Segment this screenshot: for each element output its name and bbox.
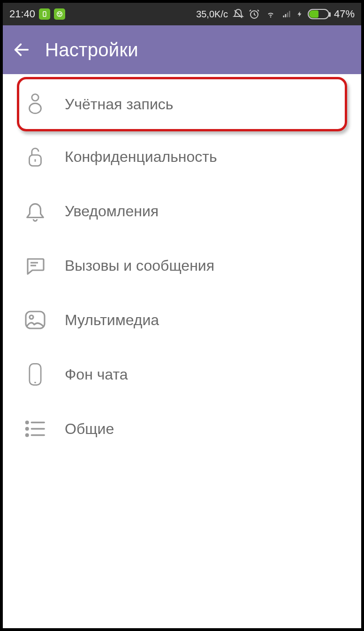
alarm-icon [249,8,260,20]
svg-point-4 [60,13,61,14]
settings-item-label: Фон чата [65,366,128,383]
status-app-badge-1 [39,8,50,20]
bolt-icon [296,9,303,19]
settings-item-notifications[interactable]: Уведомления [3,184,361,238]
lock-icon [23,144,48,169]
settings-item-account[interactable]: Учётная запись [17,77,347,131]
settings-item-media[interactable]: Мультимедиа [3,293,361,347]
device-frame: 21:40 35,0K/c [0,0,364,631]
svg-point-18 [26,421,28,424]
svg-rect-14 [26,312,45,328]
bell-icon [23,198,48,224]
status-battery-pct: 47% [334,8,355,20]
status-right: 35,0K/c 47% [196,8,355,20]
settings-item-chat-background[interactable]: Фон чата [3,347,361,402]
settings-item-calls-messages[interactable]: Вызовы и сообщения [3,238,361,293]
settings-item-label: Конфиденциальность [65,148,217,166]
svg-point-8 [32,94,38,101]
person-icon [23,91,48,117]
back-button[interactable] [11,39,32,60]
app-bar: Настройки [3,25,361,74]
wifi-icon [265,9,277,19]
settings-item-privacy[interactable]: Конфиденциальность [3,129,361,184]
do-not-disturb-icon [233,8,244,20]
arrow-left-icon [12,40,31,59]
svg-point-3 [58,13,59,14]
svg-rect-9 [30,103,41,113]
svg-point-15 [30,315,33,319]
svg-point-22 [26,434,28,436]
chat-icon [23,253,48,278]
settings-list: Учётная запись Конфиденциальность Уведом… [3,74,361,457]
battery-icon [308,9,329,19]
settings-item-label: Вызовы и сообщения [65,257,214,274]
status-left: 21:40 [9,8,65,20]
settings-item-label: Уведомления [65,203,159,220]
status-bar: 21:40 35,0K/c [3,3,361,25]
page-title: Настройки [45,39,138,61]
settings-item-label: Учётная запись [65,96,173,113]
status-app-badge-2 [54,8,65,20]
status-time: 21:40 [9,8,35,20]
svg-rect-0 [43,12,46,17]
phone-outline-icon [23,362,48,387]
svg-point-2 [57,12,62,17]
signal-icon [281,9,292,19]
settings-item-label: Общие [65,420,114,438]
settings-item-general[interactable]: Общие [3,402,361,456]
status-net-speed: 35,0K/c [196,9,228,20]
svg-rect-16 [30,364,41,385]
settings-item-label: Мультимедиа [65,312,159,329]
media-icon [23,307,48,333]
list-icon [23,416,48,441]
svg-point-20 [26,428,28,430]
